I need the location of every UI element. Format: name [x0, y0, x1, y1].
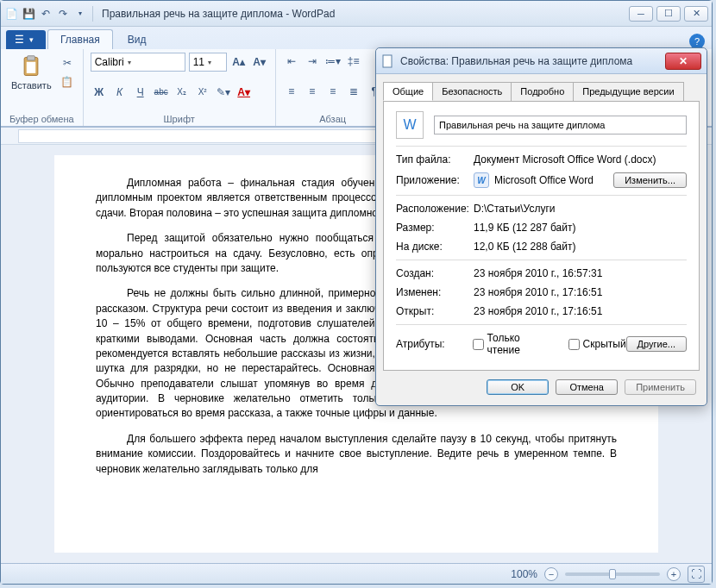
- label-location: Расположение:: [396, 203, 474, 215]
- titlebar: 📄 💾 ↶ ↷ ▾ Правильная речь на защите дипл…: [1, 1, 712, 27]
- tab-details[interactable]: Подробно: [511, 82, 574, 101]
- align-left-button[interactable]: ≡: [283, 83, 300, 100]
- minimize-button[interactable]: ─: [629, 6, 653, 22]
- justify-button[interactable]: ≣: [345, 83, 362, 100]
- zoom-level: 100%: [511, 568, 537, 580]
- maximize-button[interactable]: ☐: [656, 6, 681, 22]
- undo-icon[interactable]: ↶: [39, 7, 53, 21]
- apply-button[interactable]: Применить: [625, 379, 696, 395]
- status-bar: 100% − + ⛶: [1, 563, 712, 584]
- svg-rect-2: [27, 62, 36, 73]
- underline-button[interactable]: Ч: [132, 84, 149, 101]
- bullets-button[interactable]: ≔▾: [324, 53, 342, 70]
- zoom-out-button[interactable]: −: [544, 567, 558, 581]
- save-icon[interactable]: 💾: [22, 7, 35, 21]
- font-group: Calibri▾ 11▾ A▴ A▾ Ж К Ч abc X₂ X² ✎▾: [84, 49, 276, 126]
- word-app-icon: W: [474, 172, 489, 188]
- line-spacing-button[interactable]: ‡≡: [345, 53, 362, 70]
- dialog-title: Свойства: Правильная речь на защите дипл…: [400, 55, 665, 67]
- word-document-icon: W: [396, 111, 424, 139]
- increase-indent-button[interactable]: ⇥: [304, 53, 321, 70]
- redo-icon[interactable]: ↷: [56, 7, 70, 21]
- quick-access-toolbar: 📄 💾 ↶ ↷ ▾: [4, 7, 87, 21]
- strikethrough-button[interactable]: abc: [153, 84, 170, 101]
- label-attributes: Атрибуты:: [396, 338, 473, 350]
- file-icon: ☰: [15, 34, 24, 46]
- paste-button[interactable]: Вставить: [8, 53, 55, 92]
- other-attributes-button[interactable]: Другие...: [626, 336, 687, 352]
- clipboard-group: Вставить ✂ 📋 Буфер обмена: [1, 49, 84, 126]
- value-ondisk: 12,0 КБ (12 288 байт): [474, 241, 687, 253]
- label-created: Создан:: [396, 267, 474, 279]
- superscript-button[interactable]: X²: [194, 84, 211, 101]
- shrink-font-button[interactable]: A▾: [251, 53, 268, 71]
- app-icon: 📄: [4, 7, 18, 21]
- grow-font-button[interactable]: A▴: [230, 53, 248, 71]
- label-filetype: Тип файла:: [396, 153, 474, 166]
- ok-button[interactable]: OK: [487, 379, 549, 395]
- filename-input[interactable]: [434, 116, 687, 134]
- highlight-color-button[interactable]: ✎▾: [215, 84, 232, 101]
- label-size: Размер:: [396, 222, 474, 234]
- change-app-button[interactable]: Изменить...: [613, 172, 687, 188]
- label-app: Приложение:: [396, 174, 474, 186]
- bold-button[interactable]: Ж: [91, 84, 108, 101]
- chevron-down-icon: ▾: [29, 35, 34, 44]
- hidden-checkbox[interactable]: Скрытый: [568, 338, 626, 350]
- font-size-select[interactable]: 11▾: [189, 53, 227, 72]
- cut-button[interactable]: ✂: [59, 54, 76, 72]
- dialog-titlebar[interactable]: Свойства: Правильная речь на защите дипл…: [376, 48, 707, 74]
- fullscreen-button[interactable]: ⛶: [688, 566, 705, 583]
- font-name-select[interactable]: Calibri▾: [91, 53, 185, 72]
- file-tab[interactable]: ☰ ▾: [6, 30, 46, 49]
- label-ondisk: На диске:: [396, 241, 474, 253]
- dialog-tabs: Общие Безопасность Подробно Предыдущие в…: [383, 82, 700, 102]
- value-opened: 23 ноября 2010 г., 17:16:51: [474, 305, 687, 317]
- dialog-icon: [381, 54, 395, 68]
- clipboard-icon: [19, 54, 43, 78]
- zoom-in-button[interactable]: +: [667, 567, 681, 581]
- label-opened: Открыт:: [396, 305, 474, 317]
- font-color-button[interactable]: A▾: [236, 84, 253, 101]
- subscript-button[interactable]: X₂: [173, 84, 191, 101]
- value-created: 23 ноября 2010 г., 16:57:31: [474, 267, 687, 279]
- general-panel: W Тип файла: Документ Microsoft Office W…: [383, 101, 700, 371]
- close-button[interactable]: ✕: [684, 6, 708, 22]
- tab-general[interactable]: Общие: [383, 82, 433, 101]
- decrease-indent-button[interactable]: ⇤: [283, 53, 300, 70]
- tab-home[interactable]: Главная: [47, 29, 113, 49]
- svg-rect-1: [28, 56, 35, 60]
- value-location: D:\Статьи\Услуги: [474, 203, 687, 215]
- label-modified: Изменен:: [396, 286, 474, 298]
- dialog-buttons: OK Отмена Применить: [383, 371, 700, 398]
- italic-button[interactable]: К: [111, 84, 129, 101]
- value-app: W Microsoft Office Word: [474, 172, 613, 188]
- window-title: Правильная речь на защите диплома - Word…: [98, 8, 629, 20]
- zoom-slider[interactable]: [565, 572, 660, 576]
- cancel-button[interactable]: Отмена: [556, 379, 618, 395]
- svg-rect-3: [383, 55, 392, 67]
- value-size: 11,9 КБ (12 287 байт): [474, 222, 687, 234]
- align-center-button[interactable]: ≡: [304, 83, 321, 100]
- paragraph[interactable]: Для большего эффекта перед началом высту…: [96, 432, 617, 477]
- dialog-close-button[interactable]: ✕: [665, 53, 701, 70]
- value-modified: 23 ноября 2010 г., 17:16:51: [474, 286, 687, 298]
- tab-previous-versions[interactable]: Предыдущие версии: [573, 82, 683, 101]
- value-filetype: Документ Microsoft Office Word (.docx): [474, 153, 687, 166]
- readonly-checkbox[interactable]: Только чтение: [473, 332, 555, 356]
- properties-dialog: Свойства: Правильная речь на защите дипл…: [375, 47, 707, 406]
- align-right-button[interactable]: ≡: [324, 83, 342, 100]
- paragraph-group: ⇤ ⇥ ≔▾ ‡≡ ≡ ≡ ≡ ≣ ¶ Абзац: [276, 49, 391, 126]
- qat-customize-icon[interactable]: ▾: [73, 7, 87, 21]
- copy-button[interactable]: 📋: [59, 73, 76, 91]
- tab-security[interactable]: Безопасность: [432, 82, 512, 101]
- tab-view[interactable]: Вид: [115, 29, 160, 49]
